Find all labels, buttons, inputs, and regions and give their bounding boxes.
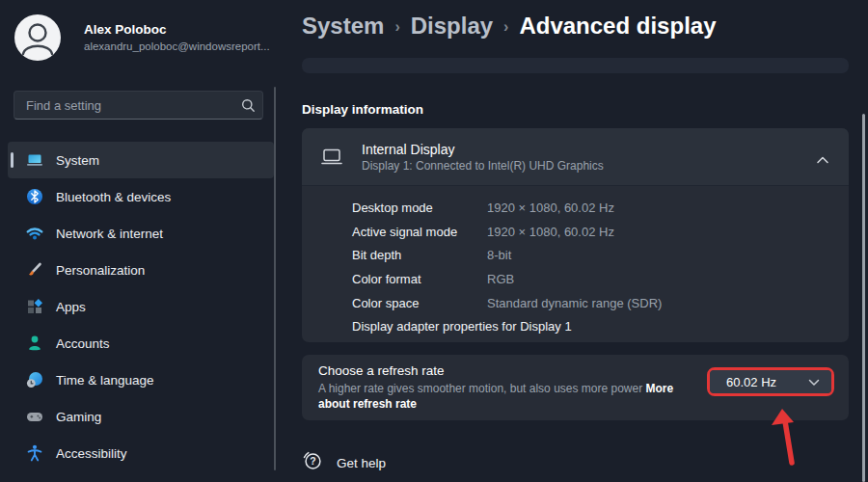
info-row-color-format: Color format RGB: [352, 267, 849, 291]
display-info-card: Internal Display Display 1: Connected to…: [302, 128, 849, 342]
get-help-button[interactable]: ? Get help: [302, 450, 386, 475]
refresh-rate-dropdown[interactable]: 60.02 Hz: [710, 370, 831, 393]
system-icon: [25, 150, 44, 170]
profile-email: alexandru_poloboc@windowsreport...: [84, 40, 277, 52]
display-card-titles: Internal Display Display 1: Connected to…: [362, 142, 604, 173]
network-icon: [25, 224, 44, 243]
sidebar-item-time-language[interactable]: Time & language: [8, 362, 274, 398]
settings-window: Alex Poloboc alexandru_poloboc@windowsre…: [0, 0, 868, 482]
display-card-body: Desktop mode 1920 × 1080, 60.02 Hz Activ…: [302, 186, 849, 338]
display-expander-header[interactable]: Internal Display Display 1: Connected to…: [302, 128, 849, 186]
info-label: Active signal mode: [352, 225, 487, 239]
sidebar-item-apps[interactable]: Apps: [8, 288, 274, 325]
accessibility-icon: [25, 443, 44, 463]
info-row-color-space: Color space Standard dynamic range (SDR): [352, 291, 849, 315]
info-row-active-signal-mode: Active signal mode 1920 × 1080, 60.02 Hz: [352, 220, 849, 244]
personalization-icon: [25, 260, 44, 280]
search-icon: [233, 98, 262, 113]
info-value: 1920 × 1080, 60.02 Hz: [487, 201, 614, 215]
sidebar-item-bluetooth[interactable]: Bluetooth & devices: [8, 178, 274, 215]
gaming-icon: [25, 407, 44, 426]
breadcrumb-display[interactable]: Display: [411, 13, 493, 40]
search-input[interactable]: [14, 98, 233, 113]
main-scrollbar[interactable]: [862, 114, 865, 482]
breadcrumb: System › Display › Advanced display: [302, 13, 717, 40]
info-label: Color space: [352, 296, 487, 310]
sidebar-item-label: Time & language: [56, 373, 154, 388]
display-adapter-properties-link[interactable]: Display adapter properties for Display 1: [352, 314, 849, 338]
scrolled-card-edge: [302, 58, 849, 73]
sidebar-item-personalization[interactable]: Personalization: [8, 252, 274, 288]
annotation-highlight-box: 60.02 Hz: [707, 367, 834, 396]
selected-pill: [11, 152, 14, 168]
help-icon: ?: [302, 450, 323, 475]
search-box[interactable]: [14, 91, 263, 120]
info-value: 8-bit: [487, 248, 511, 262]
time-language-icon: [25, 370, 44, 389]
info-value: Standard dynamic range (SDR): [487, 296, 662, 310]
svg-text:?: ?: [310, 455, 315, 467]
info-label: Color format: [352, 272, 487, 286]
sidebar: Alex Poloboc alexandru_poloboc@windowsre…: [0, 0, 289, 482]
info-row-desktop-mode: Desktop mode 1920 × 1080, 60.02 Hz: [352, 196, 849, 220]
accounts-icon: [25, 334, 44, 353]
sidebar-nav: System Bluetooth & devices: [8, 142, 274, 471]
refresh-rate-description-text: A higher rate gives smoother motion, but…: [318, 382, 642, 395]
chevron-right-icon: ›: [394, 16, 399, 36]
monitor-icon: [320, 146, 343, 169]
breadcrumb-system[interactable]: System: [302, 13, 384, 40]
sidebar-scrollbar[interactable]: [274, 87, 276, 470]
sidebar-item-accounts[interactable]: Accounts: [8, 325, 274, 362]
refresh-rate-value: 60.02 Hz: [726, 375, 776, 389]
sidebar-item-label: Accessibility: [56, 446, 127, 461]
sidebar-item-label: Personalization: [56, 263, 145, 278]
breadcrumb-advanced-display: Advanced display: [519, 13, 716, 40]
section-title: Display information: [302, 102, 423, 117]
info-row-bit-depth: Bit depth 8-bit: [352, 243, 849, 267]
bluetooth-icon: [25, 187, 44, 206]
info-label: Desktop mode: [352, 201, 487, 215]
chevron-up-icon[interactable]: [816, 151, 829, 169]
apps-icon: [25, 297, 44, 316]
chevron-down-icon: [808, 373, 820, 390]
get-help-label: Get help: [337, 456, 386, 470]
sidebar-item-label: Bluetooth & devices: [56, 190, 171, 204]
person-icon: [14, 14, 61, 61]
main-content: System › Display › Advanced display Disp…: [289, 0, 868, 482]
sidebar-item-label: Apps: [56, 300, 86, 314]
profile-name: Alex Poloboc: [84, 22, 167, 37]
sidebar-item-label: Network & internet: [56, 227, 163, 241]
info-label: Bit depth: [352, 248, 487, 262]
profile-button[interactable]: Alex Poloboc alexandru_poloboc@windowsre…: [14, 14, 275, 63]
refresh-rate-description: A higher rate gives smoother motion, but…: [318, 382, 696, 412]
sidebar-item-gaming[interactable]: Gaming: [8, 398, 274, 435]
sidebar-item-accessibility[interactable]: Accessibility: [8, 435, 274, 471]
sidebar-item-label: Accounts: [56, 336, 110, 351]
display-card-title: Internal Display: [362, 142, 604, 157]
info-value: 1920 × 1080, 60.02 Hz: [487, 225, 614, 239]
sidebar-item-label: Gaming: [56, 410, 101, 424]
sidebar-item-system[interactable]: System: [8, 142, 274, 178]
sidebar-item-network[interactable]: Network & internet: [8, 215, 274, 252]
display-card-subtitle: Display 1: Connected to Intel(R) UHD Gra…: [362, 159, 604, 173]
sidebar-item-label: System: [56, 153, 99, 168]
avatar: [14, 14, 61, 61]
chevron-right-icon: ›: [503, 16, 508, 36]
info-value: RGB: [487, 272, 514, 286]
